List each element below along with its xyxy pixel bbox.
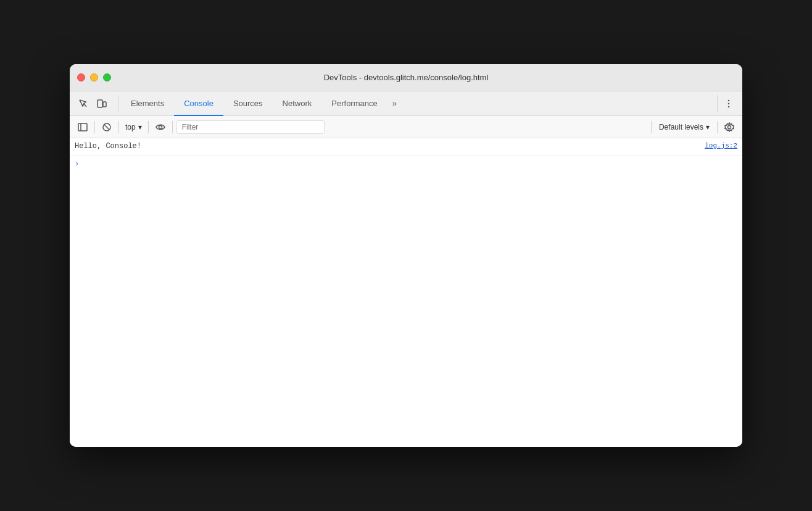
- console-divider-2: [118, 121, 119, 133]
- titlebar: DevTools - devtools.glitch.me/console/lo…: [70, 64, 742, 91]
- console-divider-1: [94, 121, 95, 133]
- svg-point-10: [728, 125, 731, 128]
- maximize-button[interactable]: [103, 73, 111, 81]
- devtools-window: DevTools - devtools.glitch.me/console/lo…: [70, 64, 742, 447]
- inspect-element-button[interactable]: [75, 95, 92, 112]
- tab-elements[interactable]: Elements: [121, 92, 174, 116]
- tab-sources[interactable]: Sources: [223, 92, 273, 116]
- device-toolbar-button[interactable]: [93, 95, 110, 112]
- more-tabs-button[interactable]: »: [387, 91, 402, 115]
- console-divider-6: [717, 121, 718, 133]
- main-tabs: Elements Console Sources Network Perform…: [121, 91, 715, 115]
- tab-console[interactable]: Console: [174, 92, 223, 116]
- console-sidebar-button[interactable]: [75, 119, 91, 135]
- svg-point-3: [728, 102, 730, 104]
- prompt-chevron: ›: [75, 160, 79, 168]
- toolbar-left-icons: [75, 91, 110, 115]
- svg-rect-5: [78, 123, 87, 131]
- svg-point-2: [728, 99, 730, 101]
- console-settings-button[interactable]: [721, 119, 737, 135]
- filter-input[interactable]: [176, 120, 325, 134]
- svg-point-4: [728, 106, 730, 107]
- console-divider-5: [651, 121, 652, 133]
- filter-wrap: [176, 120, 647, 134]
- console-prompt-row[interactable]: ›: [70, 156, 742, 173]
- console-toolbar: top ▾ Default levels ▾: [70, 116, 742, 138]
- context-selector[interactable]: top ▾: [123, 122, 144, 133]
- svg-line-8: [104, 125, 109, 130]
- console-log-source[interactable]: log.js:2: [705, 141, 737, 149]
- console-divider-4: [172, 121, 173, 133]
- toolbar-divider: [118, 95, 118, 112]
- window-title: DevTools - devtools.glitch.me/console/lo…: [324, 73, 489, 82]
- console-log-row: Hello, Console! log.js:2: [70, 138, 742, 156]
- console-content: Hello, Console! log.js:2 ›: [70, 138, 742, 447]
- clear-console-button[interactable]: [99, 119, 115, 135]
- toolbar-right-divider: [717, 95, 718, 112]
- traffic-lights: [77, 73, 111, 81]
- toolbar-right: [720, 91, 737, 115]
- tab-network[interactable]: Network: [273, 92, 322, 116]
- more-options-button[interactable]: [720, 95, 737, 112]
- svg-rect-0: [97, 100, 102, 107]
- tab-performance[interactable]: Performance: [321, 92, 387, 116]
- svg-point-9: [159, 125, 162, 128]
- minimize-button[interactable]: [90, 73, 98, 81]
- console-log-text: Hello, Console!: [75, 141, 705, 151]
- svg-rect-1: [103, 102, 106, 107]
- main-toolbar: Elements Console Sources Network Perform…: [70, 91, 742, 116]
- log-levels-button[interactable]: Default levels ▾: [655, 121, 713, 133]
- close-button[interactable]: [77, 73, 85, 81]
- live-expressions-button[interactable]: [152, 119, 168, 135]
- console-divider-3: [148, 121, 149, 133]
